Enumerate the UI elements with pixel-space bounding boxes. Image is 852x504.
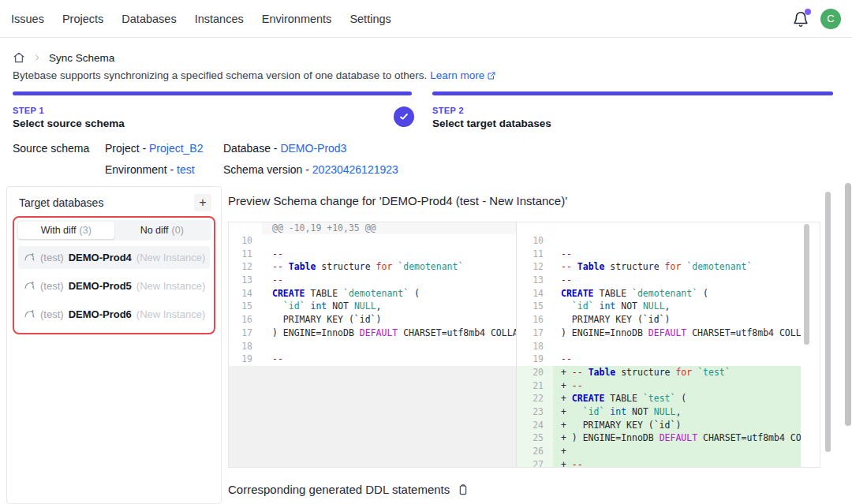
nav-item-settings[interactable]: Settings — [349, 13, 390, 25]
diff-line: @@ -10,19 +10,35 @@ — [229, 222, 516, 234]
diff-line: 13-- — [229, 274, 516, 287]
tab-with-diff[interactable]: With diff (3) — [18, 222, 114, 239]
line-number: 17 — [517, 327, 553, 340]
page-scrollbar[interactable] — [845, 183, 851, 426]
nav-item-databases[interactable]: Databases — [121, 13, 176, 25]
step2-title: Select target databases — [432, 118, 551, 129]
line-code: + -- — [553, 458, 801, 467]
schema-version-link[interactable]: 20230426121923 — [312, 163, 398, 176]
database-engine-icon — [24, 308, 36, 320]
database-item-demo-prod5[interactable]: (test)DEMO-Prod5(New Instance) — [18, 274, 210, 297]
diff-line — [517, 222, 820, 234]
target-databases-highlight-box: With diff (3) No diff (0) (test)DEMO-Pro… — [13, 216, 215, 334]
line-code: -- — [262, 248, 516, 261]
diff-line: 22+ CREATE TABLE `test` ( — [517, 392, 820, 405]
add-target-database-button[interactable]: + — [194, 194, 211, 211]
line-number: 17 — [229, 327, 262, 340]
line-number: 16 — [517, 313, 553, 327]
diff-line: 26+ — [517, 445, 820, 458]
notification-badge — [805, 9, 811, 15]
line-number: 18 — [517, 340, 553, 353]
line-number: 19 — [517, 353, 553, 366]
environment-link[interactable]: test — [177, 163, 195, 176]
line-code: CREATE TABLE `demotenant` ( — [553, 287, 801, 301]
diff-line: 16 PRIMARY KEY (`id`) — [517, 313, 820, 327]
line-code — [262, 340, 516, 353]
line-number: 13 — [229, 274, 262, 287]
database-link[interactable]: DEMO-Prod3 — [280, 142, 346, 155]
line-number: 21 — [517, 379, 553, 393]
tab-with-diff-label: With diff — [41, 225, 77, 236]
database-item-demo-prod6[interactable]: (test)DEMO-Prod6(New Instance) — [18, 303, 210, 326]
preview-panel-scrollbar[interactable] — [825, 192, 831, 452]
schema-diff-viewer[interactable]: @@ -10,19 +10,35 @@1011--12-- Table stru… — [228, 222, 820, 468]
tab-with-diff-count: (3) — [80, 225, 92, 236]
database-item-demo-prod4[interactable]: (test)DEMO-Prod4(New Instance) — [18, 246, 210, 269]
step2-label: STEP 2 — [432, 106, 464, 115]
diff-line: 15 `id` int NOT NULL, — [517, 300, 820, 313]
nav-item-instances[interactable]: Instances — [195, 13, 244, 25]
diff-pane-original[interactable]: @@ -10,19 +10,35 @@1011--12-- Table stru… — [229, 222, 516, 467]
source-schema-section: Source schema Project - Project_B2 Datab… — [13, 142, 398, 176]
diff-line: 23+ `id` int NOT NULL, — [517, 405, 820, 419]
notifications-button[interactable] — [792, 10, 809, 28]
line-code: `id` int NOT NULL, — [262, 300, 516, 313]
diff-pane-modified[interactable]: 1011--12-- Table structure for `demotena… — [517, 222, 820, 467]
nav-item-issues[interactable]: Issues — [11, 13, 44, 25]
nav-item-environments[interactable]: Environments — [262, 13, 332, 25]
line-number: 11 — [517, 248, 553, 261]
environment-label: Environment - — [105, 163, 177, 176]
diff-editor-scrollbar[interactable] — [804, 224, 809, 345]
line-code — [553, 234, 801, 248]
avatar[interactable]: C — [820, 9, 841, 29]
home-icon[interactable] — [13, 51, 25, 64]
line-number: 19 — [229, 353, 262, 366]
diff-line: 15 `id` int NOT NULL, — [229, 300, 516, 313]
diff-line: 17) ENGINE=InnoDB DEFAULT CHARSET=utf8mb… — [229, 327, 516, 340]
project-link[interactable]: Project_B2 — [149, 142, 203, 155]
line-code: @@ -10,19 +10,35 @@ — [262, 222, 516, 234]
line-code — [262, 234, 516, 248]
line-code: + — [553, 445, 801, 458]
database-engine-icon — [24, 280, 36, 292]
preview-title: Preview Schema change for 'DEMO-Prod4 (t… — [228, 194, 567, 207]
diff-line: 27+ -- — [517, 458, 820, 467]
line-code: -- Table structure for `demotenant` — [553, 260, 801, 274]
target-databases-title: Target databases — [19, 196, 103, 209]
diff-tabs: With diff (3) No diff (0) — [17, 220, 211, 241]
diff-line: 19-- — [229, 353, 516, 366]
line-code: + -- — [553, 379, 801, 393]
line-number: 22 — [517, 392, 553, 405]
learn-more-link[interactable]: Learn more — [430, 69, 496, 81]
line-code: + CREATE TABLE `test` ( — [553, 392, 801, 405]
database-environment: (test) — [40, 280, 64, 292]
line-code: -- — [553, 274, 801, 287]
nav-item-projects[interactable]: Projects — [62, 13, 103, 25]
database-name: DEMO-Prod5 — [69, 280, 132, 292]
schema-version-label: Schema version - — [223, 163, 312, 176]
diff-empty-filler — [229, 366, 516, 467]
line-number: 18 — [229, 340, 262, 353]
copy-icon[interactable] — [457, 483, 469, 496]
line-code: + -- Table structure for `test` — [553, 366, 801, 379]
ddl-statements-title: Corresponding generated DDL statements — [228, 483, 450, 496]
step1-progress-bar — [13, 91, 412, 95]
intro-description: Bytebase supports synchronizing a specif… — [13, 69, 427, 81]
tab-no-diff-label: No diff — [140, 225, 169, 236]
database-environment: (test) — [40, 252, 64, 263]
step2-progress-bar — [432, 91, 833, 95]
line-code: + `id` int NOT NULL, — [553, 405, 801, 419]
line-number: 20 — [517, 366, 553, 379]
tab-no-diff[interactable]: No diff (0) — [114, 222, 211, 239]
line-number: 14 — [229, 287, 262, 301]
diff-line: 10 — [517, 234, 820, 248]
line-number: 13 — [517, 274, 553, 287]
line-number: 14 — [517, 287, 553, 301]
database-label: Database - — [223, 142, 280, 155]
diff-line: 20+ -- Table structure for `test` — [517, 366, 820, 379]
diff-line: 21+ -- — [517, 379, 820, 393]
page-title: Sync Schema — [49, 52, 114, 64]
database-environment: (test) — [40, 308, 64, 320]
line-code: ) ENGINE=InnoDB DEFAULT CHARSET=utf8mb4 … — [553, 327, 801, 340]
diff-line: 25+ ) ENGINE=InnoDB DEFAULT CHARSET=utf8… — [517, 431, 820, 445]
